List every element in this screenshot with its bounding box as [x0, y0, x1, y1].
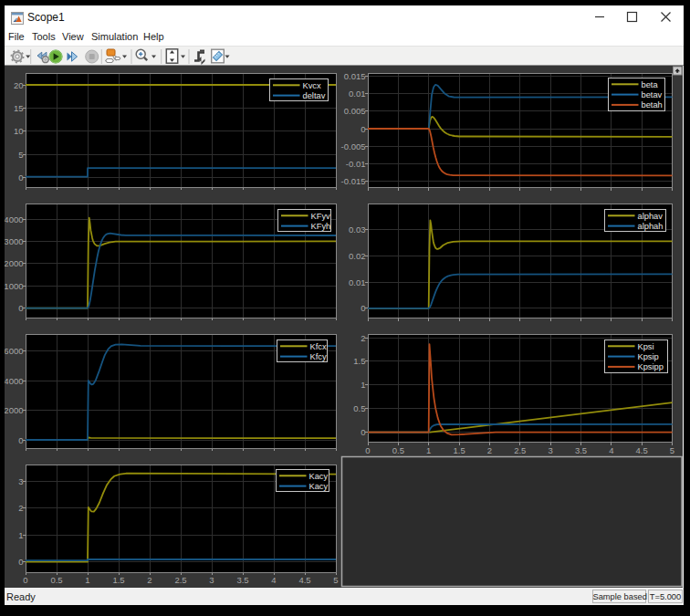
svg-text:4000: 4000: [5, 214, 24, 224]
svg-text:0.02: 0.02: [349, 251, 366, 261]
svg-text:Kacy: Kacy: [309, 482, 329, 491]
svg-text:6000: 6000: [5, 346, 24, 356]
svg-text:1000: 1000: [5, 281, 24, 291]
svg-text:2: 2: [361, 333, 365, 343]
svg-text:Kpsip: Kpsip: [638, 352, 659, 361]
svg-text:0: 0: [18, 303, 23, 313]
svg-text:0: 0: [18, 172, 23, 183]
svg-text:0.5: 0.5: [392, 445, 404, 455]
svg-text:1: 1: [361, 380, 365, 390]
svg-text:alphah: alphah: [638, 222, 664, 231]
svg-text:4.5: 4.5: [635, 445, 647, 455]
svg-text:2000: 2000: [5, 258, 24, 268]
svg-text:0: 0: [23, 575, 27, 585]
svg-text:3.5: 3.5: [575, 445, 587, 455]
svg-text:5: 5: [670, 445, 674, 455]
svg-text:betah: betah: [642, 100, 663, 110]
svg-text:Kvcx: Kvcx: [303, 81, 321, 90]
svg-text:0: 0: [365, 445, 370, 455]
svg-text:beta: beta: [642, 80, 659, 89]
svg-text:1: 1: [426, 445, 431, 455]
svg-text:0: 0: [18, 557, 23, 567]
svg-text:3: 3: [209, 575, 214, 585]
svg-text:0.01: 0.01: [349, 277, 366, 287]
svg-text:4000: 4000: [5, 376, 24, 386]
svg-text:-0.01: -0.01: [346, 159, 366, 169]
svg-text:KFyh: KFyh: [311, 222, 331, 231]
svg-text:-0.005: -0.005: [341, 141, 366, 151]
svg-text:deltav: deltav: [303, 91, 326, 100]
svg-text:Kpsipp: Kpsipp: [638, 362, 664, 371]
svg-text:4.5: 4.5: [298, 575, 310, 585]
svg-text:0: 0: [361, 427, 365, 437]
svg-text:2: 2: [147, 575, 152, 585]
svg-text:4: 4: [609, 445, 613, 455]
svg-text:10: 10: [14, 126, 24, 136]
svg-text:1.5: 1.5: [112, 575, 124, 585]
svg-text:1.5: 1.5: [453, 445, 465, 455]
svg-text:2: 2: [487, 445, 492, 455]
svg-text:0.015: 0.015: [344, 71, 366, 81]
svg-text:20: 20: [14, 80, 24, 90]
svg-text:4: 4: [271, 575, 276, 585]
svg-text:-0.015: -0.015: [341, 176, 366, 186]
svg-text:Kfcx: Kfcx: [310, 342, 327, 351]
svg-text:0: 0: [18, 435, 23, 445]
svg-text:betav: betav: [642, 90, 663, 99]
svg-text:15: 15: [14, 103, 24, 113]
svg-text:1.5: 1.5: [353, 356, 365, 366]
svg-text:alphav: alphav: [638, 212, 664, 221]
svg-text:5: 5: [333, 575, 338, 585]
svg-text:3: 3: [18, 476, 23, 486]
svg-text:5: 5: [18, 150, 23, 160]
svg-text:0.03: 0.03: [349, 224, 366, 235]
svg-text:1: 1: [85, 575, 89, 585]
svg-text:0.5: 0.5: [353, 403, 365, 413]
svg-text:1: 1: [18, 530, 23, 540]
svg-text:3000: 3000: [5, 236, 24, 246]
svg-text:2000: 2000: [5, 405, 24, 415]
svg-text:0.01: 0.01: [349, 89, 366, 99]
svg-text:0: 0: [361, 303, 365, 313]
svg-text:2: 2: [18, 503, 23, 513]
svg-text:2.5: 2.5: [514, 445, 526, 455]
svg-text:Kpsi: Kpsi: [638, 342, 654, 351]
svg-text:0: 0: [361, 124, 365, 134]
svg-text:3: 3: [548, 445, 552, 455]
svg-text:3.5: 3.5: [236, 575, 248, 585]
svg-text:Kfcy: Kfcy: [310, 352, 327, 361]
svg-text:Kacy: Kacy: [309, 472, 329, 481]
svg-text:2.5: 2.5: [174, 575, 186, 585]
svg-text:0.005: 0.005: [344, 106, 366, 116]
svg-text:0.5: 0.5: [50, 575, 62, 585]
svg-text:KFyv: KFyv: [311, 212, 331, 221]
